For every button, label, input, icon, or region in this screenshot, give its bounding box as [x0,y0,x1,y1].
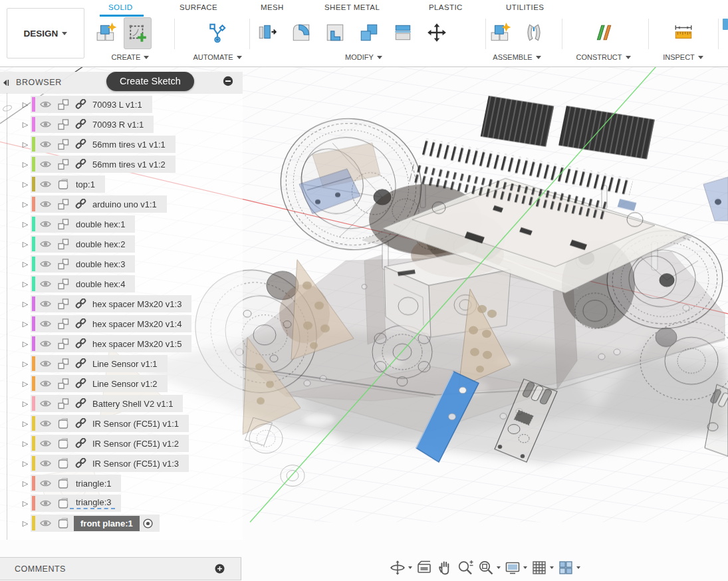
tab-utilities[interactable]: UTILITIES [506,3,544,11]
browser-item-band[interactable]: 70093 R v1:1 [31,116,154,133]
combine-icon[interactable] [356,17,382,48]
pan-hand-icon[interactable] [436,559,453,576]
chevron-down-icon[interactable] [408,566,412,569]
browser-item-label[interactable]: 70093 R v1:1 [86,120,148,130]
browser-item[interactable]: ▷ double hex:4 [0,274,243,294]
add-comment-icon[interactable] [215,564,225,574]
visibility-eye-icon[interactable] [39,219,52,229]
browser-item[interactable]: ▷ hex spacer M3x20 v1:4 [0,314,243,334]
modify-group-label[interactable]: MODIFY [345,53,374,61]
visibility-eye-icon[interactable] [39,359,52,368]
browser-item[interactable]: ▷ hex spacer M3x20 v1:5 [0,334,243,354]
expand-arrow-icon[interactable]: ▷ [20,340,31,348]
browser-item-band[interactable]: hex spacer M3x20 v1:3 [31,295,191,312]
browser-item-band[interactable]: double hex:1 [31,215,135,233]
browser-item[interactable]: ▷ double hex:3 [0,254,243,274]
expand-arrow-icon[interactable]: ▷ [20,499,31,508]
expand-arrow-icon[interactable]: ▷ [20,439,31,448]
browser-item-band[interactable]: 70093 L v1:1 [31,96,152,113]
visibility-eye-icon[interactable] [39,100,52,109]
browser-item[interactable]: ▷ double hex:1 [0,214,243,234]
visibility-eye-icon[interactable] [39,279,52,289]
minimize-browser-icon[interactable] [223,76,233,86]
browser-item-label[interactable]: triangle:1 [70,479,115,489]
browser-item[interactable]: ▷ Battery Shell V2 v1:1 [0,394,243,413]
browser-item[interactable]: ▷ IR Sensor (FC51) v1:2 [0,433,243,453]
visibility-eye-icon[interactable] [39,199,52,209]
expand-arrow-icon[interactable]: ▷ [20,380,31,388]
expand-arrow-icon[interactable]: ▷ [20,419,31,428]
browser-item-label[interactable]: IR Sensor (FC51) v1:3 [86,459,183,469]
visibility-eye-icon[interactable] [39,319,52,328]
expand-arrow-icon[interactable]: ▷ [20,519,31,528]
visibility-eye-icon[interactable] [39,179,52,189]
move-icon[interactable] [424,17,450,48]
collapse-panel-icon[interactable] [2,78,11,88]
expand-arrow-icon[interactable]: ▷ [20,180,31,189]
browser-item[interactable]: ▷ front plane:1 [0,513,243,533]
browser-item[interactable]: ▷ triangle:3 [0,493,243,513]
visibility-eye-icon[interactable] [39,519,52,528]
visibility-eye-icon[interactable] [39,259,52,269]
browser-item-label[interactable]: 70093 L v1:1 [86,100,146,110]
chevron-down-icon[interactable] [497,566,501,569]
tab-solid[interactable]: SOLID [108,3,133,11]
browser-item-label[interactable]: 56mm tires v1 v1:1 [86,140,170,150]
expand-arrow-icon[interactable]: ▷ [20,459,31,468]
display-settings-icon[interactable] [504,559,521,576]
visibility-eye-icon[interactable] [39,479,52,488]
browser-item-label[interactable]: hex spacer M3x20 v1:5 [86,339,185,349]
browser-item[interactable]: ▷ 56mm tires v1 v1:2 [0,154,243,174]
browser-item-label[interactable]: front plane:1 [74,516,140,531]
visibility-eye-icon[interactable] [39,499,52,508]
expand-arrow-icon[interactable]: ▷ [20,120,31,129]
browser-item-label[interactable]: double hex:2 [70,239,129,249]
browser-item[interactable]: ▷ hex spacer M3x20 v1:3 [0,294,243,314]
construct-plane-icon[interactable] [590,17,617,48]
expand-arrow-icon[interactable]: ▷ [20,240,31,249]
visibility-eye-icon[interactable] [39,459,52,468]
browser-item-label[interactable]: double hex:3 [70,259,129,269]
browser-item-band[interactable]: hex spacer M3x20 v1:5 [31,335,191,352]
viewports-icon[interactable] [557,559,574,576]
chevron-down-icon[interactable] [523,566,527,569]
browser-item-label[interactable]: double hex:1 [70,219,129,229]
activate-component-radio-icon[interactable] [142,518,154,529]
expand-arrow-icon[interactable]: ▷ [20,160,31,169]
tab-mesh[interactable]: MESH [261,3,284,11]
browser-item[interactable]: ▷ triangle:1 [0,473,243,493]
inspect-group-label[interactable]: INSPECT [663,53,695,61]
browser-item-label[interactable]: IR Sensor (FC51) v1:2 [86,439,183,449]
browser-item-band[interactable]: double hex:4 [31,275,135,292]
browser-item[interactable]: ▷ 70093 R v1:1 [0,114,243,134]
expand-arrow-icon[interactable]: ▷ [20,479,31,488]
tab-surface[interactable]: SURFACE [180,3,217,11]
browser-item-band[interactable]: 56mm tires v1 v1:1 [31,136,176,153]
create-sketch-icon[interactable] [124,17,152,49]
tab-sheet-metal[interactable]: SHEET METAL [324,3,380,11]
chevron-down-icon[interactable] [550,566,554,569]
comments-bar[interactable]: COMMENTS [0,557,241,580]
visibility-eye-icon[interactable] [39,120,52,129]
joint-icon[interactable] [521,17,547,48]
automate-icon[interactable] [204,17,231,48]
browser-item-band[interactable]: hex spacer M3x20 v1:4 [31,315,191,332]
browser-item-label[interactable]: triangle:3 [70,497,115,509]
zoom-icon[interactable] [457,559,474,576]
browser-item-band[interactable]: double hex:3 [31,255,135,273]
browser-item-band[interactable]: double hex:2 [31,235,135,253]
expand-arrow-icon[interactable]: ▷ [20,300,31,308]
chevron-down-icon[interactable] [576,566,580,569]
visibility-eye-icon[interactable] [39,299,52,308]
browser-item-label[interactable]: hex spacer M3x20 v1:4 [86,319,185,329]
expand-arrow-icon[interactable]: ▷ [20,260,31,269]
fillet-icon[interactable] [288,17,314,48]
expand-arrow-icon[interactable]: ▷ [20,200,31,209]
browser-item[interactable]: ▷ Line Sensor v1:2 [0,374,243,394]
expand-arrow-icon[interactable]: ▷ [20,140,31,149]
expand-arrow-icon[interactable]: ▷ [20,360,31,368]
browser-item-band[interactable]: triangle:1 [31,475,121,492]
browser-item-band[interactable]: triangle:3 [31,495,121,512]
expand-arrow-icon[interactable]: ▷ [20,280,31,289]
visibility-eye-icon[interactable] [39,239,52,249]
